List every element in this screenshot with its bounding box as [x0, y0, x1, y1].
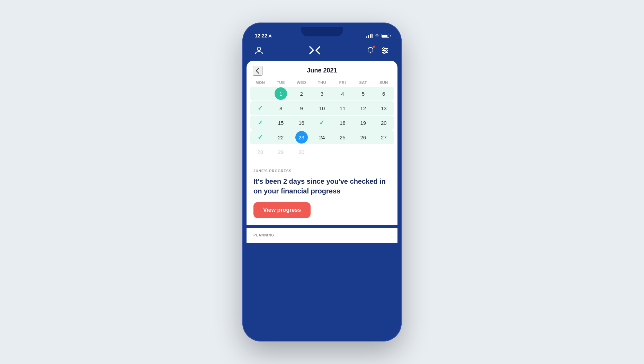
calendar-month-title: June 2021: [307, 67, 337, 74]
signal-bars-icon: [366, 34, 373, 38]
cal-day-empty-1: [250, 87, 270, 101]
app-logo: [308, 45, 321, 55]
cal-day-24[interactable]: 24: [312, 130, 332, 144]
screen-content: June 2021 MON TUE WED THU FRI SAT SUN: [247, 61, 397, 337]
cal-day-8[interactable]: 8: [270, 101, 291, 115]
phone-screen: 12:22: [247, 27, 397, 337]
cal-day-13[interactable]: 13: [374, 101, 394, 115]
cal-day-11[interactable]: 11: [332, 101, 353, 115]
cal-day-check-21: ✓: [250, 130, 270, 144]
planning-section: PLANNING: [247, 228, 397, 243]
calendar-back-button[interactable]: [253, 66, 262, 76]
cal-day-29: 29: [270, 145, 291, 159]
notch: [301, 27, 343, 36]
cal-day-empty-5: [374, 145, 394, 159]
nav-right-actions: [365, 45, 391, 56]
day-header-thu: THU: [312, 78, 332, 87]
logo-icon: [308, 45, 321, 55]
top-navigation: [247, 42, 397, 61]
cal-day-23-circle: 23: [295, 131, 308, 144]
cal-day-23[interactable]: 23: [291, 130, 312, 144]
svg-point-7: [383, 48, 385, 50]
status-bar: 12:22: [247, 27, 397, 42]
planning-section-label: PLANNING: [253, 233, 391, 237]
time-display: 12:22: [255, 33, 267, 38]
view-progress-button[interactable]: View progress: [253, 202, 311, 218]
battery-icon: [382, 34, 389, 38]
cal-day-1[interactable]: 1: [270, 87, 291, 101]
signal-bar-4: [372, 34, 373, 38]
progress-section: JUNE'S PROGRESS It's been 2 days since y…: [247, 164, 397, 225]
svg-point-9: [384, 52, 385, 54]
cal-day-30: 30: [291, 145, 312, 159]
calendar-card: June 2021 MON TUE WED THU FRI SAT SUN: [247, 61, 397, 225]
svg-marker-0: [268, 34, 272, 37]
cal-day-check-17: ✓: [312, 116, 332, 130]
day-header-fri: FRI: [332, 78, 353, 87]
cal-day-28: 28: [250, 145, 270, 159]
status-icons: [366, 34, 389, 38]
cal-day-27[interactable]: 27: [374, 130, 394, 144]
svg-point-1: [257, 47, 261, 51]
day-header-sat: SAT: [353, 78, 373, 87]
person-icon: [254, 46, 263, 55]
phone-shell: 12:22: [242, 23, 402, 341]
cal-day-4[interactable]: 4: [332, 87, 353, 101]
location-icon: [268, 34, 272, 37]
cal-day-16[interactable]: 16: [291, 116, 312, 130]
status-time: 12:22: [255, 33, 272, 38]
wifi-icon: [374, 34, 380, 38]
cal-day-26[interactable]: 26: [353, 130, 373, 144]
calendar-week-1: 1 2 3 4 5 6: [250, 87, 394, 101]
cal-day-5[interactable]: 5: [353, 87, 373, 101]
cal-day-12[interactable]: 12: [353, 101, 373, 115]
progress-section-label: JUNE'S PROGRESS: [253, 169, 391, 173]
cal-day-22[interactable]: 22: [270, 130, 291, 144]
svg-point-8: [386, 50, 387, 52]
cal-day-2[interactable]: 2: [291, 87, 312, 101]
cal-day-empty-4: [353, 145, 373, 159]
calendar-week-2: ✓ 8 9 10 11 12 13: [250, 101, 394, 115]
cal-day-check-7: ✓: [250, 101, 270, 115]
cal-day-19[interactable]: 19: [353, 116, 373, 130]
cal-day-15[interactable]: 15: [270, 116, 291, 130]
signal-bar-2: [368, 35, 369, 38]
notification-button[interactable]: [365, 45, 376, 56]
signal-bar-1: [366, 36, 367, 38]
day-headers-row: MON TUE WED THU FRI SAT SUN: [247, 78, 397, 87]
calendar-grid: 1 2 3 4 5 6 ✓ 8 9 1: [247, 87, 397, 163]
cal-day-25[interactable]: 25: [332, 130, 353, 144]
profile-button[interactable]: [253, 45, 265, 56]
calendar-week-4: ✓ 22 23 24 25 26 27: [250, 130, 394, 144]
progress-message: It's been 2 days since you've checked in…: [253, 176, 391, 196]
cal-day-check-14: ✓: [250, 116, 270, 130]
cal-day-10[interactable]: 10: [312, 101, 332, 115]
battery-fill: [382, 35, 387, 37]
cal-day-18[interactable]: 18: [332, 116, 353, 130]
day-header-sun: SUN: [374, 78, 394, 87]
cal-day-20[interactable]: 20: [374, 116, 394, 130]
signal-bar-3: [370, 34, 371, 38]
sliders-icon: [381, 46, 389, 54]
calendar-week-3: ✓ 15 16 ✓ 18 19 20: [250, 116, 394, 130]
day-header-wed: WED: [291, 78, 312, 87]
day-header-mon: MON: [250, 78, 270, 87]
cal-day-9[interactable]: 9: [291, 101, 312, 115]
chevron-left-icon: [256, 68, 259, 74]
filter-button[interactable]: [379, 45, 391, 56]
cal-day-6[interactable]: 6: [374, 87, 394, 101]
phone-mockup: 12:22: [242, 23, 402, 341]
day-header-tue: TUE: [270, 78, 291, 87]
calendar-week-5: 28 29 30: [250, 145, 394, 159]
cal-day-empty-3: [332, 145, 353, 159]
cal-day-1-circle: 1: [275, 87, 287, 100]
calendar-header: June 2021: [247, 61, 397, 78]
cal-day-3[interactable]: 3: [312, 87, 332, 101]
notification-badge: [373, 45, 375, 48]
cal-day-empty-2: [312, 145, 332, 159]
